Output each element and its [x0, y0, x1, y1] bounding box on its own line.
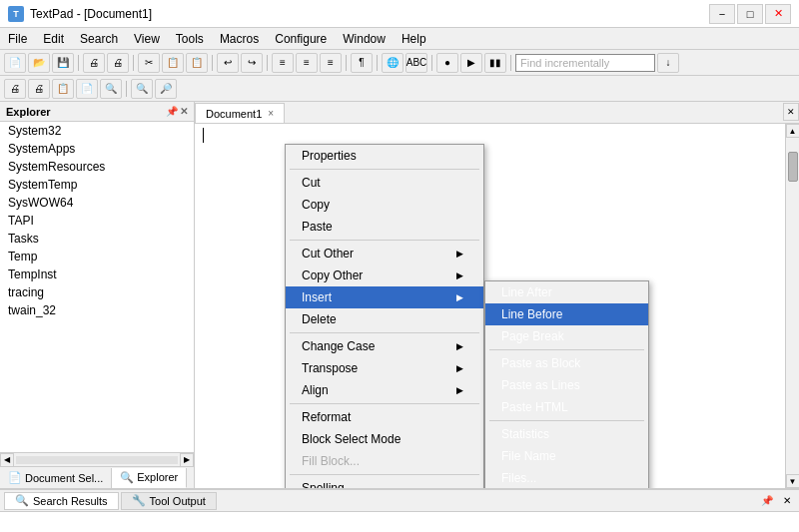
tab-search-results[interactable]: 🔍 Search Results [4, 492, 119, 510]
list-item[interactable]: SystemResources [0, 158, 194, 176]
window-title: TextPad - [Document1] [30, 7, 709, 21]
submenu-line-after[interactable]: Line After [485, 281, 648, 303]
ctx-reformat[interactable]: Reformat [286, 406, 483, 428]
list-item[interactable]: Temp [0, 248, 194, 266]
menu-edit[interactable]: Edit [35, 28, 72, 49]
ctx-properties[interactable]: Properties [286, 145, 483, 167]
print2-button[interactable]: 🖨 [107, 53, 129, 73]
list-item[interactable]: Tasks [0, 230, 194, 248]
list-item[interactable]: SystemApps [0, 140, 194, 158]
pause-btn[interactable]: ▮▮ [484, 53, 506, 73]
tab-tool-output[interactable]: 🔧 Tool Output [121, 492, 217, 510]
maximize-button[interactable]: □ [737, 4, 763, 24]
menu-configure[interactable]: Configure [267, 28, 335, 49]
menu-view[interactable]: View [126, 28, 168, 49]
tab-doc-sel[interactable]: 📄 Document Sel... [0, 468, 112, 488]
ctx-delete[interactable]: Delete [286, 308, 483, 330]
paste-button[interactable]: 📋 [186, 53, 208, 73]
doc-area: Document1 × ✕ Properties Cut Copy [195, 102, 799, 488]
tool-output-icon: 🔧 [132, 494, 146, 507]
menu-window[interactable]: Window [335, 28, 394, 49]
scroll-right-btn[interactable]: ▶ [180, 453, 194, 467]
find-next-btn[interactable]: ↓ [657, 53, 679, 73]
align-left[interactable]: ≡ [272, 53, 294, 73]
submenu-paste-block[interactable]: Paste as Block [485, 352, 648, 374]
globe-btn[interactable]: 🌐 [382, 53, 403, 73]
list-item[interactable]: SystemTemp [0, 176, 194, 194]
ctx-copy[interactable]: Copy [286, 194, 483, 216]
list-item[interactable]: TAPI [0, 212, 194, 230]
menu-search[interactable]: Search [72, 28, 126, 49]
ctx-align[interactable]: Align ▶ [286, 379, 483, 401]
tb2-btn4[interactable]: 📄 [76, 79, 98, 99]
menu-macros[interactable]: Macros [212, 28, 267, 49]
ctx-block-select[interactable]: Block Select Mode [286, 428, 483, 450]
scroll-thumb[interactable] [788, 152, 798, 182]
cut-button[interactable]: ✂ [138, 53, 160, 73]
menu-bar: File Edit Search View Tools Macros Confi… [0, 28, 799, 50]
explorer-title: Explorer [6, 106, 51, 118]
tab-scroll-btn[interactable]: ✕ [783, 103, 799, 121]
ctx-transpose[interactable]: Transpose ▶ [286, 357, 483, 379]
submenu-files[interactable]: Files... [485, 467, 648, 488]
align-right[interactable]: ≡ [320, 53, 342, 73]
format-btn[interactable]: ¶ [351, 53, 373, 73]
ctx-copy-other[interactable]: Copy Other ▶ [286, 265, 483, 286]
submenu-statistics[interactable]: Statistics [485, 423, 648, 445]
scroll-down-btn[interactable]: ▼ [786, 474, 800, 488]
ctx-spelling[interactable]: Spelling... [286, 477, 483, 488]
ctx-cut-other[interactable]: Cut Other ▶ [286, 243, 483, 265]
tab-explorer[interactable]: 🔍 Explorer [112, 468, 187, 488]
minimize-button[interactable]: − [709, 4, 735, 24]
document-content[interactable]: Properties Cut Copy Paste Cut Other ▶ [195, 124, 799, 488]
scroll-left-btn[interactable]: ◀ [0, 453, 14, 467]
submenu-paste-lines[interactable]: Paste as Lines [485, 374, 648, 396]
submenu-line-before[interactable]: Line Before [485, 303, 648, 325]
ctx-paste[interactable]: Paste [286, 216, 483, 238]
title-bar: T TextPad - [Document1] − □ ✕ [0, 0, 799, 28]
panel-close-icon[interactable]: ✕ [180, 106, 188, 117]
tb2-btn2[interactable]: 🖨 [28, 79, 50, 99]
submenu-paste-html[interactable]: Paste HTML [485, 396, 648, 418]
list-item[interactable]: twain_32 [0, 301, 194, 319]
scroll-up-btn[interactable]: ▲ [786, 124, 800, 138]
redo-button[interactable]: ↪ [241, 53, 263, 73]
menu-help[interactable]: Help [394, 28, 434, 49]
ctx-change-case[interactable]: Change Case ▶ [286, 335, 483, 357]
tb2-btn7[interactable]: 🔎 [155, 79, 177, 99]
undo-button[interactable]: ↩ [217, 53, 239, 73]
ctx-sep-3 [290, 332, 479, 333]
list-item[interactable]: System32 [0, 122, 194, 140]
list-item[interactable]: SysWOW64 [0, 194, 194, 212]
ctx-insert[interactable]: Insert ▶ Line After Line Before Page Bre… [286, 286, 483, 308]
tb2-btn1[interactable]: 🖨 [4, 79, 26, 99]
list-item[interactable]: TempInst [0, 266, 194, 283]
record-btn[interactable]: ● [436, 53, 458, 73]
align-center[interactable]: ≡ [296, 53, 318, 73]
close-button[interactable]: ✕ [765, 4, 791, 24]
spell-btn[interactable]: ABC [405, 53, 427, 73]
list-item[interactable]: tracing [0, 283, 194, 301]
menu-tools[interactable]: Tools [168, 28, 212, 49]
tb2-btn3[interactable]: 📋 [52, 79, 74, 99]
tab-close-btn[interactable]: × [268, 108, 274, 119]
bottom-close-icon[interactable]: ✕ [779, 495, 795, 506]
submenu-page-break[interactable]: Page Break [485, 325, 648, 347]
play-btn[interactable]: ▶ [460, 53, 482, 73]
print-button[interactable]: 🖨 [83, 53, 105, 73]
submenu-file-name[interactable]: File Name [485, 445, 648, 467]
menu-file[interactable]: File [0, 28, 35, 49]
ctx-cut[interactable]: Cut [286, 172, 483, 194]
tb2-btn6[interactable]: 🔍 [131, 79, 153, 99]
tab-bar: Document1 × ✕ [195, 102, 799, 124]
copy-button[interactable]: 📋 [162, 53, 184, 73]
tb2-btn5[interactable]: 🔍 [100, 79, 122, 99]
new-button[interactable]: 📄 [4, 53, 26, 73]
bottom-pin-icon[interactable]: 📌 [757, 495, 777, 506]
open-button[interactable]: 📂 [28, 53, 50, 73]
doc-scrollbar-v: ▲ ▼ [785, 124, 799, 488]
save-button[interactable]: 💾 [52, 53, 74, 73]
sub-sep-1 [489, 349, 644, 350]
panel-pin-icon[interactable]: 📌 [166, 106, 178, 117]
document-tab[interactable]: Document1 × [195, 103, 285, 123]
